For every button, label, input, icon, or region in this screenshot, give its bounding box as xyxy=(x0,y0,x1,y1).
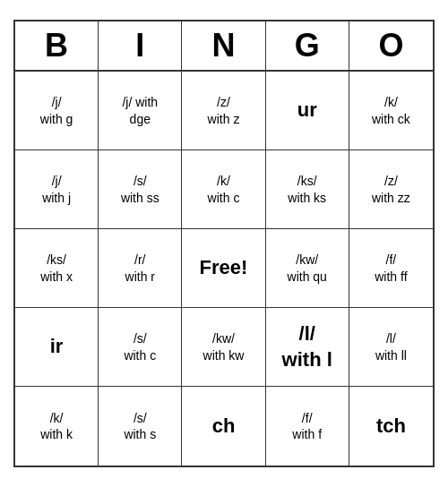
bingo-grid: /j/with g/j/ withdge/z/with zur/k/with c… xyxy=(15,72,433,466)
bingo-cell-19: /l/with ll xyxy=(349,308,433,387)
bingo-cell-21: /s/with s xyxy=(99,387,182,466)
bingo-cell-2: /z/with z xyxy=(182,72,265,150)
bingo-cell-13: /kw/with qu xyxy=(266,229,349,308)
bingo-cell-7: /k/with c xyxy=(182,150,265,229)
bingo-cell-15: ir xyxy=(15,308,99,387)
bingo-cell-3: ur xyxy=(266,72,349,150)
header-letter: B xyxy=(15,21,99,70)
bingo-cell-4: /k/with ck xyxy=(349,72,433,150)
bingo-cell-18: /l/with l xyxy=(266,308,349,387)
bingo-cell-16: /s/with c xyxy=(99,308,182,387)
bingo-cell-22: ch xyxy=(182,387,265,466)
header-letter: N xyxy=(182,21,265,70)
bingo-cell-0: /j/with g xyxy=(15,72,99,150)
bingo-cell-11: /r/with r xyxy=(99,229,182,308)
bingo-card: BINGO /j/with g/j/ withdge/z/with zur/k/… xyxy=(13,20,435,467)
bingo-cell-1: /j/ withdge xyxy=(99,72,182,150)
bingo-cell-10: /ks/with x xyxy=(15,229,99,308)
bingo-cell-9: /z/with zz xyxy=(349,150,433,229)
bingo-header: BINGO xyxy=(15,21,433,72)
bingo-cell-23: /f/with f xyxy=(266,387,349,466)
bingo-cell-12: Free! xyxy=(182,229,265,308)
bingo-cell-17: /kw/with kw xyxy=(182,308,265,387)
header-letter: O xyxy=(349,21,433,70)
header-letter: I xyxy=(99,21,182,70)
bingo-cell-5: /j/with j xyxy=(15,150,99,229)
bingo-cell-8: /ks/with ks xyxy=(266,150,349,229)
bingo-cell-24: tch xyxy=(349,387,433,466)
header-letter: G xyxy=(266,21,349,70)
bingo-cell-6: /s/with ss xyxy=(99,150,182,229)
bingo-cell-20: /k/with k xyxy=(15,387,99,466)
bingo-cell-14: /f/with ff xyxy=(349,229,433,308)
